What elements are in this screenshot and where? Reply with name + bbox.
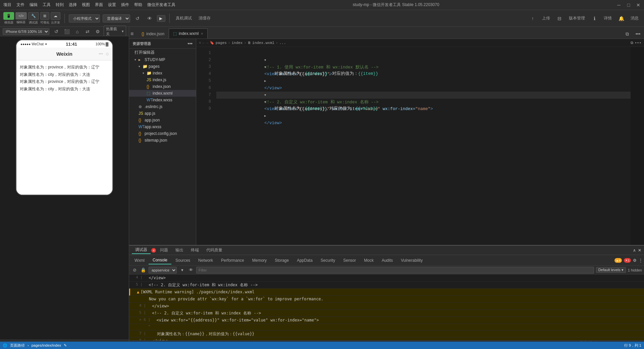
code-main[interactable]: 1 2 3 4 5 6 7 8 9 xyxy=(196,47,644,245)
file-tree-index-json[interactable]: {} index.json xyxy=(129,83,196,90)
file-tree-eslintrc[interactable]: ⊛ .eslintrc.js xyxy=(129,103,196,110)
devtools-collapse-icon[interactable]: ∧ xyxy=(633,248,636,253)
appservice-dropdown-icon[interactable]: ▾ xyxy=(179,267,185,273)
menu-item-file[interactable]: 文件 xyxy=(16,2,24,8)
status-current-page[interactable]: pages/index/index xyxy=(32,343,61,347)
file-tree-index-wxml[interactable]: ⬚ index.wxml xyxy=(129,90,196,97)
editor-goto-icon[interactable]: → xyxy=(206,41,208,45)
tab-index-json[interactable]: {} index.json xyxy=(137,29,169,39)
menu-item-settings[interactable]: 设置 xyxy=(108,2,116,8)
menu-item-view[interactable]: 视图 xyxy=(82,2,90,8)
file-tree-index-folder[interactable]: ▾ 📁 index xyxy=(129,70,196,77)
breadcrumb-wxml[interactable]: 🗎 index.wxml xyxy=(248,41,274,45)
devtools-tab-console[interactable]: Console xyxy=(149,256,171,264)
devtools-tab-appdata[interactable]: AppData xyxy=(293,257,317,264)
menu-item-goto[interactable]: 转到 xyxy=(56,2,64,8)
device-select[interactable]: iPhone 6/7/8 100% 16 xyxy=(3,28,49,35)
menu-item-interface[interactable]: 界面 xyxy=(95,2,103,8)
file-tree-project-config[interactable]: {} project.config.json xyxy=(129,130,196,137)
phone-menu-icon[interactable]: ••• xyxy=(99,52,103,56)
phone-close-icon[interactable]: ⊙ xyxy=(106,52,109,56)
visual-button[interactable]: ⊞ xyxy=(40,12,49,20)
status-page-edit-icon[interactable]: ✎ xyxy=(64,343,67,348)
split-editor-button[interactable]: ⧉ xyxy=(631,41,633,45)
devtools-tab-performance[interactable]: Performance xyxy=(217,257,248,264)
editor-button[interactable]: </> xyxy=(15,12,27,19)
clear-button[interactable]: 清缓存 xyxy=(197,15,213,22)
details-icon[interactable]: ℹ xyxy=(590,14,599,23)
menu-item-wechat-devtools[interactable]: 微信开发者工具 xyxy=(147,2,175,8)
devtools-tab-quality[interactable]: 代码质量 xyxy=(203,247,226,254)
editor-more-actions-icon[interactable]: ••• xyxy=(635,41,641,45)
file-tree-project[interactable]: ▾ ▸ STUDY-MP xyxy=(129,56,196,63)
file-tree-app-json[interactable]: {} app.json xyxy=(129,117,196,123)
upload-button[interactable]: 上传 xyxy=(540,15,552,22)
devtools-tab-problems[interactable]: 问题 xyxy=(157,247,171,254)
sim-settings-icon[interactable]: ⚙ xyxy=(93,27,102,36)
fold-arrow-1[interactable] xyxy=(264,57,268,64)
sim-home-icon[interactable]: ⌂ xyxy=(73,27,82,36)
editor-split-toggle[interactable]: ≡ xyxy=(130,29,137,39)
version-mgmt-button[interactable]: 版本管理 xyxy=(567,15,587,22)
console-clear-button[interactable]: ⊘ xyxy=(131,267,138,273)
refresh-button[interactable]: ↺ xyxy=(133,14,142,23)
upload-icon-button[interactable]: ↑ xyxy=(528,14,537,23)
devtools-tab-sensor[interactable]: Sensor xyxy=(339,257,360,264)
fold-arrow-2[interactable] xyxy=(264,64,268,71)
console-filter-input[interactable] xyxy=(196,267,594,273)
code-editor[interactable]: ≡ ← → 🔖 pages › index › 🗎 index.wxml › .… xyxy=(196,39,644,245)
menu-item-edit[interactable]: 编辑 xyxy=(30,2,38,8)
file-tree-index-wxss[interactable]: WT index.wxss xyxy=(129,97,196,103)
details-button[interactable]: 详情 xyxy=(602,15,614,22)
file-tree-more-icon[interactable]: ••• xyxy=(187,41,193,46)
file-tree-pages[interactable]: ▾ 📁 pages xyxy=(129,63,196,70)
maximize-button[interactable]: □ xyxy=(626,3,631,7)
debugger-button[interactable]: 🔧 xyxy=(28,12,39,20)
window-controls[interactable]: ─ □ ✕ xyxy=(616,3,641,7)
default-levels-button[interactable]: Default levels ▾ xyxy=(596,267,626,273)
menu-bar[interactable]: 项目 文件 编辑 工具 转到 选择 视图 界面 设置 插件 帮助 微信开发者工具 xyxy=(3,2,175,8)
devtools-more-icon[interactable]: ⋮ xyxy=(639,258,643,263)
devtools-tab-debugger[interactable]: 调试器 xyxy=(132,246,151,254)
menu-item-project[interactable]: 项目 xyxy=(3,2,11,8)
devtools-tab-network[interactable]: Network xyxy=(194,257,217,264)
minimize-button[interactable]: ─ xyxy=(616,3,621,7)
fold-arrow-7[interactable] xyxy=(264,99,268,106)
devtools-tab-terminal[interactable]: 终端 xyxy=(187,247,202,254)
console-context-button[interactable]: 🔒 xyxy=(140,267,147,273)
devtools-tab-security[interactable]: Security xyxy=(317,257,339,264)
simulator-button[interactable]: 📱 xyxy=(3,12,14,20)
breadcrumb-index[interactable]: index xyxy=(231,41,243,45)
editor-back-button[interactable]: ≡ xyxy=(199,41,201,45)
version-mgmt-icon[interactable]: ⊟ xyxy=(555,14,564,23)
fold-arrow-6[interactable] xyxy=(264,92,268,99)
tab-index-wxml[interactable]: ⬚ index.wxml ✕ xyxy=(169,29,208,39)
editor-forward-button-icon[interactable]: ← xyxy=(203,41,205,45)
compile-select[interactable]: 普通编译 xyxy=(103,14,130,22)
file-tree-index-js[interactable]: JS index.js xyxy=(129,77,196,83)
devtools-close-icon[interactable]: ✕ xyxy=(638,248,641,253)
devtools-tab-storage[interactable]: Storage xyxy=(271,257,293,264)
menu-item-tools[interactable]: 工具 xyxy=(43,2,51,8)
close-button[interactable]: ✕ xyxy=(636,3,641,7)
notification-icon[interactable]: 🔔 xyxy=(616,14,626,23)
hotspot-button[interactable]: 热重载 关 ▾ xyxy=(104,26,126,38)
appservice-select[interactable]: appservice xyxy=(149,267,177,273)
open-editor-button[interactable]: 打开编辑器 xyxy=(129,49,196,56)
fold-arrow-9[interactable] xyxy=(264,113,268,120)
sim-rotate-icon[interactable]: ⇄ xyxy=(83,27,92,36)
tab-close-button[interactable]: ✕ xyxy=(201,32,203,36)
devtools-tab-audits[interactable]: Audits xyxy=(378,257,397,264)
fold-arrow-4[interactable] xyxy=(264,78,268,85)
breadcrumb-pages[interactable]: pages xyxy=(216,41,227,45)
sim-refresh-icon[interactable]: ↺ xyxy=(52,27,61,36)
devtools-settings-icon[interactable]: ⚙ xyxy=(633,258,637,263)
compile-run-button[interactable]: ▶ xyxy=(157,15,165,22)
real-machine-button[interactable]: 真机调试 xyxy=(174,15,194,22)
editor-split-button[interactable]: ⧉ xyxy=(623,29,632,39)
cloud-button[interactable]: ☁ xyxy=(51,12,60,20)
devtools-tab-memory[interactable]: Memory xyxy=(248,257,271,264)
preview-icon-button[interactable]: 👁 xyxy=(145,14,154,23)
file-tree-sitemap[interactable]: {} sitemap.json xyxy=(129,137,196,144)
file-tree-app-js[interactable]: JS app.js xyxy=(129,110,196,117)
